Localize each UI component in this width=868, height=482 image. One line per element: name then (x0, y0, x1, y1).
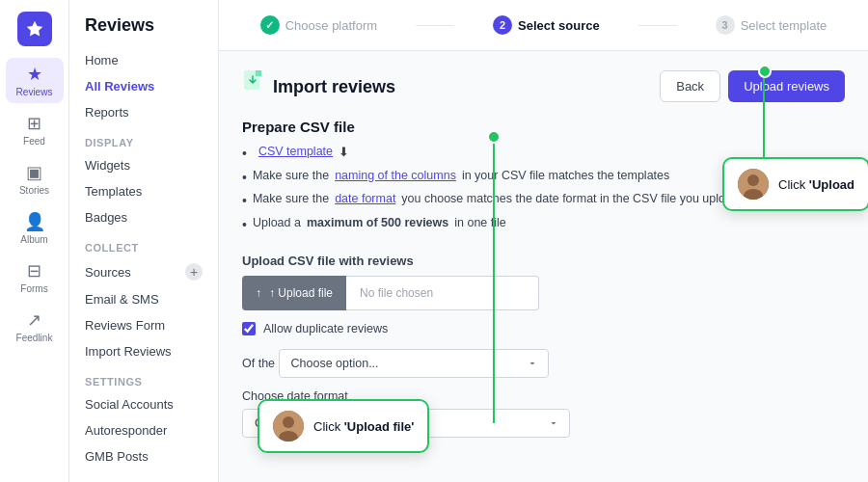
svg-rect-1 (256, 70, 261, 76)
sidebar-item-feed[interactable]: ⊞ Feed (6, 107, 64, 152)
stepper-header: ✓ Choose platform 2 Select source 3 Sele… (219, 0, 868, 51)
sidebar-title: Reviews (69, 15, 218, 47)
nav-item-reports[interactable]: Reports (69, 99, 218, 125)
nav-item-sources[interactable]: Sources + (69, 257, 218, 286)
step-circle-2: 2 (493, 15, 512, 35)
nav-item-social-accounts[interactable]: Social Accounts (69, 391, 218, 417)
sidebar-item-forms[interactable]: ⊟ Forms (6, 254, 64, 300)
green-line-reviews (763, 78, 765, 157)
step-connector-1 (416, 25, 454, 26)
sidebar-item-reviews[interactable]: ★ Reviews (6, 58, 64, 103)
checkbox-label: Allow duplicate reviews (263, 322, 388, 335)
tooltip-text-1: Click 'Upload file' (313, 419, 414, 434)
nav-item-badges[interactable]: Badges (69, 204, 218, 230)
upload-section-label: Upload CSV file with reviews (242, 254, 845, 268)
import-icon (242, 70, 265, 103)
upload-icon: ↑ (256, 286, 261, 300)
nav-item-all-reviews[interactable]: All Reviews (69, 73, 218, 99)
file-input-display: No file chosen (346, 276, 539, 310)
app-logo[interactable] (17, 12, 52, 46)
section-label-settings: Settings (69, 364, 218, 391)
nav-item-email-sms[interactable]: Email & SMS (69, 286, 218, 312)
step-choose-platform: ✓ Choose platform (260, 15, 377, 35)
step-label-1: Choose platform (285, 18, 377, 33)
reviews-icon: ★ (27, 64, 42, 85)
allow-duplicate-checkbox[interactable] (242, 322, 256, 335)
feedlink-icon: ↗ (27, 309, 41, 331)
sidebar-item-feedlink[interactable]: ↗ Feedlink (6, 304, 64, 349)
album-icon: 👤 (24, 211, 45, 232)
forms-icon: ⊟ (27, 260, 41, 281)
reviews-dropdown-label: Of the Choose option... (242, 349, 845, 378)
date-format-link[interactable]: date format (335, 192, 395, 205)
step-circle-3: 3 (716, 15, 735, 35)
nav-sidebar: Reviews Home All Reviews Reports Display… (69, 0, 219, 482)
step-select-template: 3 Select template (716, 15, 827, 35)
tooltip-text-2: Click 'Upload (778, 177, 854, 192)
feed-icon: ⊞ (27, 113, 41, 134)
nav-item-reviews-form[interactable]: Reviews Form (69, 312, 218, 338)
tooltip-upload-file: Click 'Upload file' (258, 399, 429, 453)
icon-sidebar: ★ Reviews ⊞ Feed ▣ Stories 👤 Album ⊟ For… (0, 0, 69, 482)
nav-item-import-reviews[interactable]: Import Reviews (69, 338, 218, 364)
csv-template-link[interactable]: CSV template (258, 145, 333, 158)
step-circle-1: ✓ (260, 15, 280, 35)
step-label-3: Select template (741, 18, 827, 33)
tooltip-avatar-2 (738, 169, 769, 200)
stories-icon: ▣ (26, 162, 42, 183)
green-dot-upload (487, 130, 501, 144)
checkbox-row: Allow duplicate reviews (242, 322, 845, 335)
sidebar-item-stories[interactable]: ▣ Stories (6, 156, 64, 201)
step-connector-2 (638, 25, 677, 26)
svg-point-3 (283, 416, 294, 428)
reviews-dropdown[interactable]: Choose option... (279, 349, 549, 378)
tooltip-upload-reviews: Click 'Upload (722, 157, 868, 211)
add-source-button[interactable]: + (185, 263, 203, 281)
prepare-csv-title: Prepare CSV file (242, 119, 845, 135)
green-dot-reviews (758, 65, 772, 78)
upload-file-button[interactable]: ↑ ↑ Upload file (242, 276, 346, 310)
nav-item-autoresponder[interactable]: Autoresponder (69, 417, 218, 443)
action-bar: Back Upload reviews (660, 70, 845, 102)
step-select-source: 2 Select source (493, 15, 600, 35)
section-label-display: Display (69, 125, 218, 152)
tooltip-avatar-1 (273, 411, 304, 442)
naming-columns-link[interactable]: naming of the columns (335, 169, 456, 182)
upload-row: ↑ ↑ Upload file No file chosen (242, 276, 845, 310)
content-area: ✓ Choose platform 2 Select source 3 Sele… (219, 0, 868, 482)
sidebar-item-album[interactable]: 👤 Album (6, 205, 64, 251)
reviews-dropdown-row: Of the Choose option... (242, 349, 845, 378)
import-title: Import reviews (273, 77, 395, 97)
svg-point-6 (747, 174, 759, 186)
green-line-upload (493, 144, 495, 423)
step-label-2: Select source (518, 18, 600, 33)
nav-item-home[interactable]: Home (69, 47, 218, 73)
instruction-max: Upload a maximum of 500 reviews in one f… (242, 216, 845, 235)
main-content: Back Upload reviews Import reviews Prepa… (219, 51, 868, 482)
back-button[interactable]: Back (660, 70, 720, 102)
nav-item-widgets[interactable]: Widgets (69, 152, 218, 178)
nav-item-templates[interactable]: Templates (69, 178, 218, 204)
upload-reviews-button[interactable]: Upload reviews (728, 70, 845, 102)
section-label-collect: Collect (69, 230, 218, 257)
nav-item-gmb-posts[interactable]: GMB Posts (69, 443, 218, 469)
